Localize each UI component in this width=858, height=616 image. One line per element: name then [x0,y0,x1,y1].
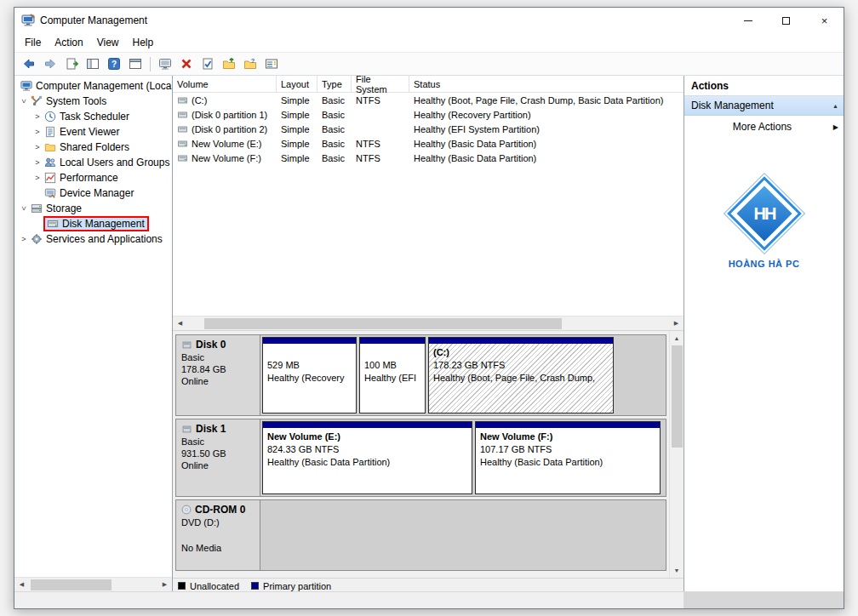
menu-file[interactable]: File [18,34,48,51]
disk-1-header[interactable]: Disk 1 Basic 931.50 GB Online [175,419,260,497]
scroll-up-icon[interactable]: ▲ [670,331,684,345]
tree-item-local-users-and-groups[interactable]: > Local Users and Groups [14,155,172,170]
toolbar: ? ? [14,52,844,76]
chevron-collapsed-icon[interactable]: > [31,143,43,151]
hoang-ha-pc-logo: HH HOÀNG HÀ PC [684,187,844,269]
collapse-icon[interactable]: ▲ [832,103,838,109]
task-scheduler-icon [43,111,57,123]
computer-management-icon [21,14,35,27]
tree-item-label: Performance [60,172,118,184]
primary-partition-swatch [251,582,259,590]
partition-f[interactable]: New Volume (F:) 107.17 GB NTFS Healthy (… [475,421,661,494]
partition-status: Healthy (Recovery [267,372,352,385]
chevron-collapsed-icon[interactable]: > [31,174,43,182]
close-button[interactable]: × [805,8,844,33]
tree-item-performance[interactable]: > Performance [14,170,172,185]
scroll-thumb[interactable] [31,579,112,590]
chevron-collapsed-icon[interactable]: > [31,112,43,121]
scroll-right-icon[interactable]: ▶ [669,317,684,331]
back-icon[interactable] [19,54,39,73]
delete-icon[interactable] [176,54,197,73]
console-tree-icon[interactable] [83,54,103,73]
graph-vertical-scrollbar[interactable]: ▲ ▼ [669,331,684,578]
partition-e[interactable]: New Volume (E:) 824.33 GB NTFS Healthy (… [262,421,472,494]
tree-item-services-and-applications[interactable]: > Services and Applications [14,231,172,247]
column-header-status[interactable]: Status [409,76,684,93]
chevron-expanded-icon[interactable]: > [20,202,28,214]
tree-item-label: Computer Management (Local [36,80,172,92]
column-header-file-system[interactable]: File System [352,76,409,93]
cdrom-0-header[interactable]: CD-ROM 0 DVD (D:) No Media [175,499,260,571]
tree-item-event-viewer[interactable]: > Event Viewer [14,124,172,140]
volume-row[interactable]: New Volume (F:) Simple Basic NTFS Health… [173,151,684,165]
partition-size: 178.23 GB NTFS [433,359,609,372]
scroll-thumb[interactable] [204,318,562,329]
volume-icon [177,95,188,106]
partition-efi[interactable]: 100 MB Healthy (EFI [359,337,426,414]
computer-icon[interactable] [155,54,175,73]
tree-item-storage[interactable]: > Storage [14,201,172,216]
maximize-button[interactable] [767,8,805,33]
scroll-down-icon[interactable]: ▼ [670,563,684,578]
tree-item-device-manager[interactable]: Device Manager [14,185,172,201]
volume-row[interactable]: (C:) Simple Basic NTFS Healthy (Boot, Pa… [173,93,684,107]
volume-row[interactable]: (Disk 0 partition 2) Simple Basic Health… [173,122,684,136]
column-header-volume[interactable]: Volume [173,76,277,93]
column-header-type[interactable]: Type [317,76,352,93]
details-view-icon[interactable] [261,54,282,73]
title-bar: Computer Management × [14,8,844,33]
svg-text:?: ? [251,57,255,65]
chevron-collapsed-icon[interactable]: > [31,128,43,136]
disk-size: 931.50 GB [181,448,255,459]
menu-view[interactable]: View [90,34,126,51]
volume-icon [177,153,188,163]
more-actions-item[interactable]: More Actions ▶ [684,116,844,138]
scroll-track[interactable] [670,345,684,563]
actions-disk-management-header[interactable]: Disk Management ▲ [684,96,844,116]
check-document-icon[interactable] [197,54,218,73]
scroll-track[interactable] [187,317,669,331]
scroll-thumb[interactable] [672,345,683,448]
disk-0-header[interactable]: Disk 0 Basic 178.84 GB Online [175,334,260,416]
chevron-expanded-icon[interactable]: > [20,95,28,107]
volume-filesystem: NTFS [352,95,409,106]
partition-recovery[interactable]: 529 MB Healthy (Recovery [262,337,357,414]
volume-row[interactable]: (Disk 0 partition 1) Simple Basic Health… [173,107,684,122]
cdrom-0-partition-area [260,499,666,571]
partition-c-selected[interactable]: (C:) 178.23 GB NTFS Healthy (Boot, Page … [428,337,614,414]
menu-help[interactable]: Help [126,34,161,51]
minimize-button[interactable] [729,8,767,33]
folder-up-icon[interactable] [219,54,239,73]
help-icon[interactable]: ? [104,54,124,73]
legend-unallocated: Unallocated [178,581,239,591]
disk-icon [181,425,192,434]
folder-help-icon[interactable]: ? [240,54,260,73]
partition-title: New Volume (F:) [480,431,655,443]
partition-size: 100 MB [364,359,420,372]
scroll-right-icon[interactable]: ▶ [157,578,172,592]
scroll-left-icon[interactable]: ◀ [14,578,29,592]
tree-item-system-tools[interactable]: > System Tools [14,94,172,109]
tree-item-task-scheduler[interactable]: > Task Scheduler [14,109,172,124]
scroll-track[interactable] [29,578,157,592]
chevron-collapsed-icon[interactable]: > [31,158,43,167]
volume-icon [177,110,188,120]
menu-action[interactable]: Action [48,34,89,51]
volume-list-horizontal-scrollbar[interactable]: ◀ ▶ [173,316,684,330]
tree-horizontal-scrollbar[interactable]: ◀ ▶ [14,577,172,591]
tree-item-label: Task Scheduler [60,111,129,123]
volume-row[interactable]: New Volume (E:) Simple Basic NTFS Health… [173,136,684,151]
actions-panel: Actions Disk Management ▲ More Actions ▶… [684,76,844,591]
scroll-left-icon[interactable]: ◀ [173,317,187,331]
chevron-collapsed-icon[interactable]: > [18,235,30,243]
tree-item-shared-folders[interactable]: > Shared Folders [14,140,172,155]
properties-window-icon[interactable] [125,54,146,73]
export-document-icon[interactable] [61,54,82,73]
forward-icon[interactable] [40,54,60,73]
column-header-layout[interactable]: Layout [277,76,317,93]
tree-item-disk-management[interactable]: Disk Management [14,216,172,231]
volume-type: Basic [317,110,352,120]
logo-diamond: HH [727,176,802,251]
tree-item-computer-management[interactable]: Computer Management (Local [14,78,172,94]
partition-status: Healthy (Basic Data Partition) [480,456,655,469]
